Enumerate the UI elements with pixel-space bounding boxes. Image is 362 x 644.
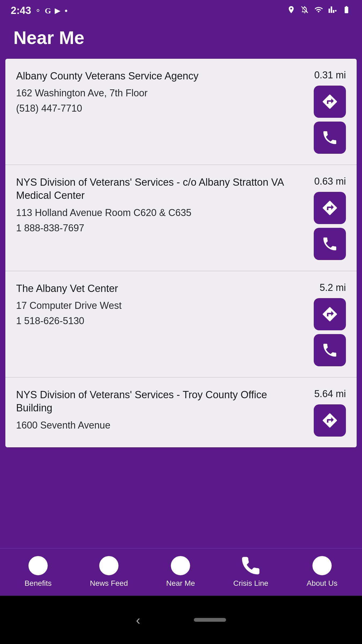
status-left: 2:43 ⚬ G ▶ ● — [11, 5, 68, 16]
directions-button[interactable] — [314, 404, 346, 437]
location-info: The Albany Vet Center 17 Computer Drive … — [16, 282, 298, 327]
back-button[interactable]: ‹ — [136, 613, 140, 627]
directions-button[interactable] — [314, 86, 346, 118]
nav-item-near-me[interactable]: Near Me — [166, 555, 195, 588]
distance-text: 0.63 mi — [314, 176, 346, 187]
location-address: 162 Washington Ave, 7th Floor — [16, 87, 298, 100]
location-name: Albany County Veterans Service Agency — [16, 69, 298, 83]
location-phone: 1 888-838-7697 — [16, 222, 298, 234]
status-time: 2:43 — [11, 5, 31, 16]
distance-text: 5.2 mi — [320, 282, 346, 293]
status-bar: 2:43 ⚬ G ▶ ● — [0, 0, 362, 19]
benefits-label: Benefits — [24, 579, 51, 588]
svg-rect-7 — [105, 568, 110, 570]
location-item: The Albany Vet Center 17 Computer Drive … — [5, 271, 357, 378]
home-indicator[interactable] — [194, 618, 226, 622]
location-actions: 5.2 mi — [303, 282, 346, 366]
bottom-nav: Benefits News Feed Near Me Crisi — [0, 548, 362, 596]
benefits-icon — [27, 555, 49, 576]
location-name: NYS Division of Veterans' Services - Tro… — [16, 388, 298, 415]
crisis-line-icon — [240, 555, 261, 576]
system-bar: ‹ — [0, 596, 362, 644]
call-button[interactable] — [314, 122, 346, 154]
location-address: 113 Holland Avenue Room C620 & C635 — [16, 207, 298, 219]
location-address: 17 Computer Drive West — [16, 299, 298, 312]
battery-icon — [342, 5, 351, 16]
location-name: NYS Division of Veterans' Services - c/o… — [16, 176, 298, 202]
directions-button[interactable] — [314, 298, 346, 330]
location-address: 1600 Seventh Avenue — [16, 419, 298, 432]
location-name: The Albany Vet Center — [16, 282, 298, 295]
location-info: NYS Division of Veterans' Services - c/o… — [16, 176, 298, 234]
location-actions: 0.63 mi — [303, 176, 346, 260]
location-info: NYS Division of Veterans' Services - Tro… — [16, 388, 298, 435]
pocket-icon: ⚬ — [35, 6, 41, 15]
svg-rect-6 — [105, 565, 113, 567]
location-phone: (518) 447-7710 — [16, 103, 298, 114]
page-title: Near Me — [0, 19, 362, 59]
call-button[interactable] — [314, 228, 346, 260]
about-us-label: About Us — [306, 579, 337, 588]
location-icon — [287, 5, 295, 16]
nav-item-news-feed[interactable]: News Feed — [90, 555, 128, 588]
location-item: NYS Division of Veterans' Services - Tro… — [5, 378, 357, 447]
distance-text: 5.64 mi — [314, 388, 346, 400]
mute-icon — [300, 5, 309, 16]
nav-item-crisis-line[interactable]: Crisis Line — [233, 555, 268, 588]
location-item: Albany County Veterans Service Agency 16… — [5, 59, 357, 165]
youtube-icon: ▶ — [55, 6, 61, 15]
signal-icon — [328, 5, 337, 16]
google-icon: G — [45, 6, 51, 15]
svg-point-12 — [321, 561, 323, 563]
about-us-icon — [311, 555, 333, 576]
status-right — [287, 5, 351, 16]
wifi-icon — [314, 5, 323, 16]
news-feed-icon — [98, 555, 120, 576]
location-actions: 0.31 mi — [303, 69, 346, 154]
nav-item-about-us[interactable]: About Us — [306, 555, 337, 588]
distance-text: 0.31 mi — [314, 69, 346, 81]
news-feed-label: News Feed — [90, 579, 128, 588]
near-me-icon — [170, 555, 191, 576]
location-info: Albany County Veterans Service Agency 16… — [16, 69, 298, 114]
location-phone: 1 518-626-5130 — [16, 315, 298, 327]
dot-icon: ● — [64, 8, 68, 14]
location-item: NYS Division of Veterans' Services - c/o… — [5, 165, 357, 271]
crisis-line-label: Crisis Line — [233, 579, 268, 588]
near-me-label: Near Me — [166, 579, 195, 588]
nav-item-benefits[interactable]: Benefits — [24, 555, 51, 588]
svg-point-9 — [178, 563, 183, 568]
locations-list: Albany County Veterans Service Agency 16… — [5, 59, 357, 447]
directions-button[interactable] — [314, 192, 346, 224]
svg-rect-5 — [105, 561, 113, 563]
location-actions: 5.64 mi — [303, 388, 346, 437]
call-button[interactable] — [314, 334, 346, 366]
